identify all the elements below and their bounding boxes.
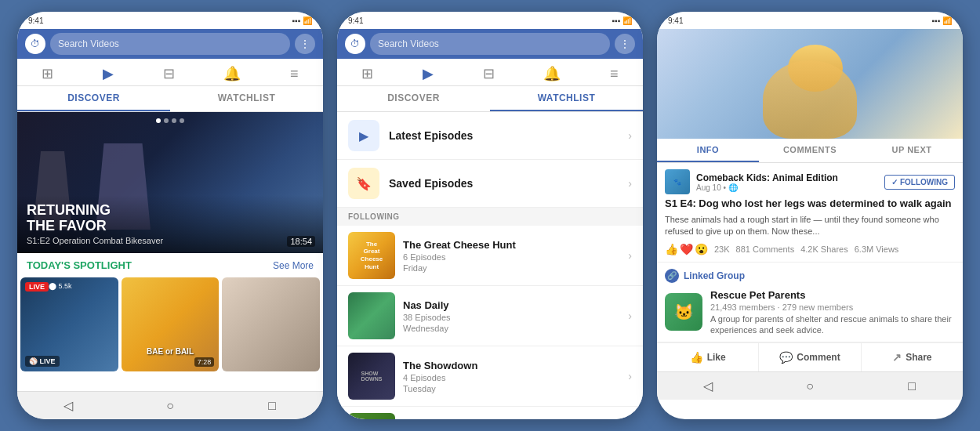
dot-1 [156, 118, 161, 123]
showdown-info: The Showdown 4 Episodes Tuesday [403, 360, 620, 393]
post-page-name: Comeback Kids: Animal Edition [696, 172, 878, 183]
like-icon: 👍 [665, 243, 678, 255]
nav-home-2[interactable]: ⊞ [361, 65, 373, 82]
nav-bell-1[interactable]: 🔔 [223, 65, 241, 82]
hero-title: RETURNINGTHE FAVOR [27, 203, 314, 234]
back-btn-3[interactable]: ◁ [692, 375, 724, 398]
status-bar-2: 9:41 ▪▪▪ 📶 [337, 12, 643, 29]
nav-menu-1[interactable]: ≡ [290, 66, 299, 82]
dot-4 [180, 118, 184, 123]
like-action-btn[interactable]: 👍 Like [657, 343, 759, 371]
nav-shop-1[interactable]: ⊟ [163, 65, 175, 82]
search-bar-2: ⏱ Search Videos ⋮ [337, 29, 643, 59]
linked-group-label: 🔗 Linked Group [665, 269, 955, 283]
spotlight-item-bae[interactable]: BAE or BAIL 7:28 [122, 277, 220, 371]
nav-watch-1[interactable]: ▶ [103, 65, 114, 82]
home-btn-1[interactable]: ○ [154, 394, 186, 418]
tab-watchlist-2[interactable]: WATCHLIST [490, 86, 643, 111]
show-showdown[interactable]: SHOWDOWNS The Showdown 4 Episodes Tuesda… [337, 346, 643, 407]
comment-action-btn[interactable]: 💬 Comment [759, 343, 861, 371]
search-input-2[interactable]: Search Videos [370, 33, 610, 55]
tab-discover-1[interactable]: DISCOVER [17, 86, 170, 111]
cheese-title: The Great Cheese Hunt [403, 239, 620, 251]
show-safari[interactable]: Safari Live › [337, 407, 643, 419]
nav-home-1[interactable]: ⊞ [42, 65, 53, 82]
post-date: Aug 10 • 🌐 [696, 183, 878, 192]
saved-icon: 🔖 [348, 168, 379, 199]
reaction-count: 23K [714, 244, 730, 254]
list-item-saved[interactable]: 🔖 Saved Episodes › [337, 160, 643, 208]
spotlight-item-live[interactable]: LIVE ⬤ 5.5k ⚾ LIVE [20, 277, 118, 371]
phone-1: 9:41 ▪▪▪ 📶 ⏱ Search Videos ⋮ ⊞ ▶ ⊟ 🔔 ≡ D… [17, 12, 323, 419]
bottom-nav-3: ◁ ○ □ [657, 371, 963, 400]
tab-watchlist-1[interactable]: WATCHLIST [170, 86, 323, 111]
menu-icon-2[interactable]: ⋮ [615, 34, 635, 54]
show-nas[interactable]: Nas Daily 38 Episodes Wednesday › [337, 286, 643, 346]
comment-action-label: Comment [797, 352, 840, 363]
spotlight-item-mono[interactable] [222, 277, 320, 371]
latest-text: Latest Episodes [389, 129, 619, 142]
linked-icon: 🔗 [665, 269, 679, 283]
share-count: 4.2K Shares [800, 244, 848, 254]
spotlight-title: TODAY'S SPOTLIGHT [27, 259, 132, 271]
status-bar-1: 9:41 ▪▪▪ 📶 [17, 12, 323, 29]
nav-shop-2[interactable]: ⊟ [483, 65, 495, 82]
group-desc: A group for parents of shelter and rescu… [710, 313, 955, 336]
tab-discover-2[interactable]: DISCOVER [337, 86, 490, 111]
share-action-icon: ↗ [892, 351, 902, 364]
search-bar-1: ⏱ Search Videos ⋮ [17, 29, 323, 59]
following-btn[interactable]: ✓ FOLLOWING [884, 175, 955, 190]
post-info-section: 🐾 Comeback Kids: Animal Edition Aug 10 •… [657, 163, 963, 263]
tab-info[interactable]: INFO [657, 139, 759, 162]
list-item-latest[interactable]: ▶ Latest Episodes › [337, 112, 643, 160]
comment-count: 881 Comments [736, 244, 795, 254]
back-btn-1[interactable]: ◁ [53, 394, 84, 418]
group-card[interactable]: 🐱 Rescue Pet Parents 21,493 members · 27… [665, 289, 955, 336]
showdown-title: The Showdown [403, 360, 620, 371]
like-action-icon: 👍 [690, 351, 703, 364]
group-name: Rescue Pet Parents [710, 289, 955, 301]
nav-bell-2[interactable]: 🔔 [543, 65, 561, 82]
hero-subtitle: S1:E2 Operation Combat Bikesaver [27, 236, 314, 245]
post-avatar: 🐾 [665, 169, 690, 194]
nav-menu-2[interactable]: ≡ [610, 66, 619, 82]
hero-duration: 18:54 [287, 236, 315, 247]
tab-upnext[interactable]: UP NEXT [861, 139, 963, 162]
live-badge: LIVE [25, 282, 49, 292]
cheese-eps: 6 Episodes [403, 252, 620, 262]
nav-watch-2[interactable]: ▶ [423, 65, 434, 82]
cheese-info: The Great Cheese Hunt 6 Episodes Friday [403, 239, 620, 273]
share-action-btn[interactable]: ↗ Share [862, 343, 963, 371]
nas-chevron: › [628, 310, 632, 322]
nas-thumb [348, 292, 395, 339]
live-viewers: ⬤ 5.5k [49, 282, 72, 290]
latest-title: Latest Episodes [389, 129, 619, 142]
status-icons: ▪▪▪ 📶 [292, 16, 312, 25]
tab-comments[interactable]: COMMENTS [759, 139, 861, 162]
status-time-2: 9:41 [348, 16, 363, 25]
search-input-1[interactable]: Search Videos [50, 33, 290, 55]
tab-bar-2: DISCOVER WATCHLIST [337, 86, 643, 112]
comment-action-icon: 💬 [779, 351, 793, 364]
live-logo: ⚾ LIVE [25, 356, 60, 367]
recent-btn-3[interactable]: □ [896, 375, 927, 398]
linked-group-text: Linked Group [684, 270, 745, 281]
recent-btn-1[interactable]: □ [256, 394, 288, 418]
show-cheese[interactable]: TheGreatCheeseHunt The Great Cheese Hunt… [337, 226, 643, 286]
bae-bail-label: BAE or BAIL [147, 347, 194, 356]
cheese-chevron: › [628, 249, 632, 262]
info-tabs: INFO COMMENTS UP NEXT [657, 139, 963, 163]
group-avatar: 🐱 [665, 293, 702, 331]
menu-icon-1[interactable]: ⋮ [295, 34, 315, 54]
saved-chevron: › [628, 177, 632, 190]
post-header-row: 🐾 Comeback Kids: Animal Edition Aug 10 •… [665, 169, 955, 194]
home-btn-3[interactable]: ○ [794, 375, 826, 398]
view-count: 6.3M Views [855, 244, 899, 254]
status-time: 9:41 [28, 16, 43, 25]
reaction-icons: 👍 ❤️ 😮 [665, 243, 708, 255]
spotlight-see-more[interactable]: See More [273, 260, 314, 271]
phone-2: 9:41 ▪▪▪ 📶 ⏱ Search Videos ⋮ ⊞ ▶ ⊟ 🔔 ≡ D… [337, 12, 643, 419]
safari-thumb-img [348, 413, 395, 419]
content-1: RETURNINGTHE FAVOR S1:E2 Operation Comba… [17, 112, 323, 391]
search-placeholder-1: Search Videos [58, 38, 119, 49]
